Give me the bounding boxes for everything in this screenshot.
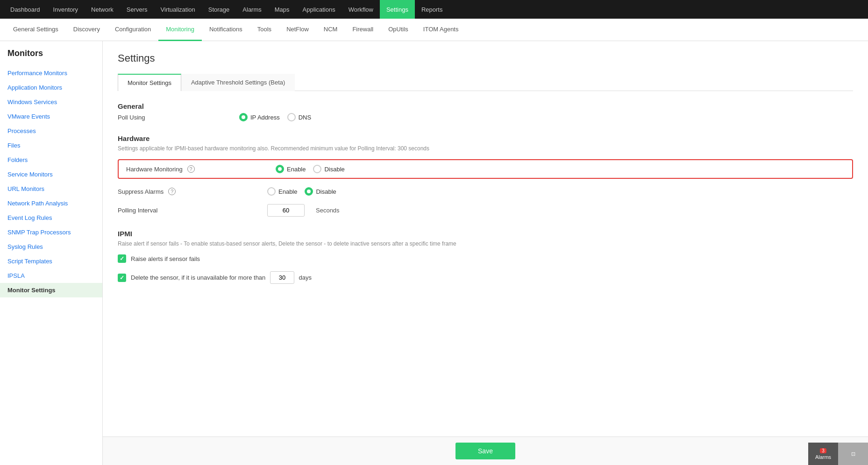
top-nav: Dashboard Inventory Network Servers Virt…	[0, 0, 868, 19]
tab-discovery[interactable]: Discovery	[66, 19, 107, 41]
delete-sensor-checkbox[interactable]	[118, 274, 126, 282]
nav-item-applications[interactable]: Applications	[296, 0, 342, 19]
poll-using-dns-radio[interactable]: DNS	[287, 113, 311, 121]
sidebar-item-monitor-settings[interactable]: Monitor Settings	[0, 283, 102, 297]
tab-netflow[interactable]: NetFlow	[279, 19, 316, 41]
nav-item-dashboard[interactable]: Dashboard	[4, 0, 47, 19]
tab-itom-agents[interactable]: ITOM Agents	[416, 19, 466, 41]
suppress-alarms-disable-radio[interactable]: Disable	[305, 187, 336, 196]
screen-icon: ⊡	[851, 451, 855, 457]
radio-dot-hw-disable	[313, 165, 321, 173]
nav-item-maps[interactable]: Maps	[268, 0, 296, 19]
sidebar-item-processes[interactable]: Processes	[0, 124, 102, 138]
sidebar-item-snmp-trap-processors[interactable]: SNMP Trap Processors	[0, 225, 102, 240]
save-bar: Save	[103, 437, 868, 465]
nav-item-virtualization[interactable]: Virtualization	[154, 0, 202, 19]
sidebar-item-service-monitors[interactable]: Service Monitors	[0, 167, 102, 182]
tab-firewall[interactable]: Firewall	[345, 19, 381, 41]
hardware-monitoring-label: Hardware Monitoring ?	[126, 165, 248, 173]
general-section: General Poll Using IP Address DNS	[118, 102, 853, 121]
tab-monitoring[interactable]: Monitoring	[158, 19, 202, 41]
second-nav: General Settings Discovery Configuration…	[0, 19, 868, 41]
tab-tools[interactable]: Tools	[250, 19, 279, 41]
alarms-bottom-button[interactable]: 3 Alarms	[808, 443, 838, 465]
sidebar-item-vmware-events[interactable]: VMware Events	[0, 109, 102, 124]
sidebar-item-syslog-rules[interactable]: Syslog Rules	[0, 240, 102, 254]
main-layout: Monitors Performance Monitors Applicatio…	[0, 41, 868, 465]
hw-disable-label: Disable	[324, 166, 344, 173]
general-section-title: General	[118, 102, 853, 110]
poll-using-label: Poll Using	[118, 114, 239, 121]
save-button[interactable]: Save	[455, 443, 515, 459]
delete-sensor-row: Delete the sensor, if it is unavailable …	[118, 271, 853, 284]
suppress-alarms-radio-group: Enable Disable	[267, 187, 336, 196]
polling-interval-controls: Seconds	[267, 204, 340, 217]
nav-item-reports[interactable]: Reports	[415, 0, 449, 19]
delete-sensor-label: Delete the sensor, if it is unavailable …	[131, 271, 312, 284]
sidebar-item-performance-monitors[interactable]: Performance Monitors	[0, 66, 102, 80]
poll-using-controls: IP Address DNS	[239, 113, 311, 121]
hardware-section-title: Hardware	[118, 134, 853, 142]
settings-tabs: Monitor Settings Adaptive Threshold Sett…	[118, 74, 853, 91]
sidebar-item-windows-services[interactable]: Windows Services	[0, 95, 102, 109]
content-area: Settings Monitor Settings Adaptive Thres…	[103, 41, 868, 465]
tab-oputils[interactable]: OpUtils	[381, 19, 416, 41]
raise-alerts-row: Raise alerts if sensor fails	[118, 254, 853, 263]
suppress-alarms-help-icon[interactable]: ?	[168, 188, 176, 195]
polling-interval-input[interactable]	[267, 204, 305, 217]
suppress-alarms-label: Suppress Alarms ?	[118, 188, 239, 195]
nav-item-servers[interactable]: Servers	[120, 0, 154, 19]
ipmi-section-subtitle: Raise alert if sensor fails - To enable …	[118, 240, 853, 247]
hardware-monitoring-help-icon[interactable]: ?	[187, 165, 195, 173]
ipmi-section-title: IPMI	[118, 230, 853, 238]
radio-dot-sa-enable	[267, 187, 276, 196]
delete-sensor-days-input[interactable]	[270, 271, 294, 284]
screen-icon-button[interactable]: ⊡	[838, 443, 868, 465]
sidebar-item-files[interactable]: Files	[0, 138, 102, 153]
radio-dot-ip	[239, 113, 248, 121]
nav-item-inventory[interactable]: Inventory	[47, 0, 85, 19]
hardware-monitoring-disable-radio[interactable]: Disable	[313, 165, 344, 173]
sidebar-item-folders[interactable]: Folders	[0, 153, 102, 167]
sidebar-item-application-monitors[interactable]: Application Monitors	[0, 80, 102, 95]
sidebar-title: Monitors	[0, 49, 102, 66]
nav-item-network[interactable]: Network	[85, 0, 120, 19]
tab-monitor-settings[interactable]: Monitor Settings	[118, 74, 181, 91]
hardware-section: Hardware Settings applicable for IPMI-ba…	[118, 134, 853, 217]
sidebar-item-event-log-rules[interactable]: Event Log Rules	[0, 211, 102, 225]
bottom-right-icons: 3 Alarms ⊡	[808, 443, 868, 465]
poll-using-row: Poll Using IP Address DNS	[118, 113, 853, 121]
sidebar-item-ipsla[interactable]: IPSLA	[0, 268, 102, 283]
radio-dot-hw-enable	[276, 165, 284, 173]
tab-notifications[interactable]: Notifications	[202, 19, 250, 41]
tab-general-settings[interactable]: General Settings	[6, 19, 66, 41]
sidebar-item-script-templates[interactable]: Script Templates	[0, 254, 102, 268]
hw-enable-label: Enable	[287, 166, 306, 173]
suppress-alarms-enable-radio[interactable]: Enable	[267, 187, 297, 196]
radio-dot-dns	[287, 113, 296, 121]
suppress-alarms-row: Suppress Alarms ? Enable Disable	[118, 187, 853, 196]
alarms-badge: 3	[820, 448, 826, 453]
nav-item-storage[interactable]: Storage	[202, 0, 236, 19]
raise-alerts-checkbox[interactable]	[118, 254, 126, 263]
radio-dns-label: DNS	[299, 114, 311, 121]
alarms-bottom-label: Alarms	[815, 454, 831, 460]
hardware-monitoring-enable-radio[interactable]: Enable	[276, 165, 306, 173]
page-title: Settings	[118, 52, 853, 64]
nav-item-alarms[interactable]: Alarms	[236, 0, 268, 19]
nav-item-settings[interactable]: Settings	[380, 0, 415, 19]
polling-interval-label: Polling Interval	[118, 207, 239, 214]
radio-ip-label: IP Address	[250, 114, 280, 121]
hardware-section-subtitle: Settings applicable for IPMI-based hardw…	[118, 145, 853, 152]
radio-dot-sa-disable	[305, 187, 313, 196]
poll-using-radio-group: IP Address DNS	[239, 113, 311, 121]
tab-ncm[interactable]: NCM	[316, 19, 345, 41]
nav-item-workflow[interactable]: Workflow	[342, 0, 380, 19]
sidebar-item-url-monitors[interactable]: URL Monitors	[0, 182, 102, 196]
polling-interval-unit: Seconds	[316, 207, 340, 214]
poll-using-ip-radio[interactable]: IP Address	[239, 113, 280, 121]
tab-configuration[interactable]: Configuration	[107, 19, 158, 41]
ipmi-section: IPMI Raise alert if sensor fails - To en…	[118, 230, 853, 284]
tab-adaptive-threshold[interactable]: Adaptive Threshold Settings (Beta)	[181, 74, 295, 91]
sidebar-item-network-path-analysis[interactable]: Network Path Analysis	[0, 196, 102, 211]
